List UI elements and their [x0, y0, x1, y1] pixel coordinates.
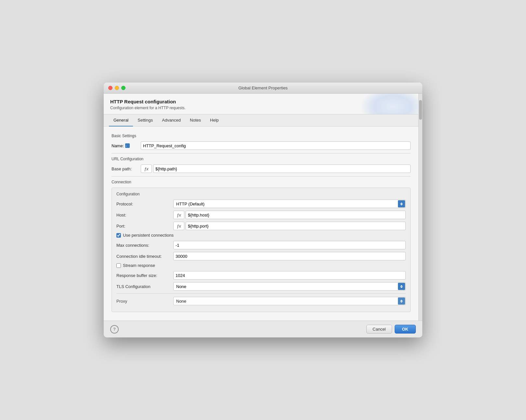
header-title: HTTP Request configuration — [110, 99, 412, 104]
footer-buttons: Cancel OK — [366, 325, 416, 334]
max-connections-input[interactable] — [173, 241, 406, 249]
port-fx-button[interactable]: ƒx — [173, 222, 184, 230]
connection-idle-input[interactable] — [173, 252, 406, 260]
connection-idle-label: Connection idle timeout: — [116, 254, 173, 259]
url-config-label: URL Configuration — [112, 157, 411, 161]
tls-select-wrapper: None — [173, 282, 406, 291]
main-content: HTTP Request configuration Configuration… — [104, 94, 418, 321]
window-title: Global Element Properties — [238, 85, 288, 90]
help-button[interactable]: ? — [110, 325, 119, 334]
tls-select[interactable]: None — [173, 282, 406, 291]
header-section: HTTP Request configuration Configuration… — [104, 94, 418, 114]
host-row: Host: ƒx — [116, 211, 406, 219]
base-path-input[interactable] — [153, 164, 411, 173]
window-body: HTTP Request configuration Configuration… — [104, 94, 422, 321]
stream-response-row: Stream response — [116, 263, 406, 268]
tab-advanced[interactable]: Advanced — [157, 114, 185, 126]
connection-label: Connection — [112, 180, 411, 184]
ok-button[interactable]: OK — [395, 325, 416, 334]
configuration-sublabel: Configuration — [116, 192, 406, 196]
tab-notes[interactable]: Notes — [185, 114, 205, 126]
proxy-select[interactable]: None — [173, 297, 406, 305]
persistent-connections-label[interactable]: Use persistent connections — [123, 233, 174, 238]
port-input[interactable] — [186, 222, 406, 230]
name-icon: i — [125, 143, 130, 148]
name-field-row: Name: i — [112, 141, 411, 150]
header-subtitle: Configuration element for a HTTP request… — [110, 106, 412, 110]
window-controls — [108, 86, 125, 90]
main-window: Global Element Properties HTTP Request c… — [104, 83, 422, 337]
tls-row: TLS Configuration None — [116, 282, 406, 291]
protocol-row: Protocol: HTTP (Default) HTTPS — [116, 200, 406, 208]
response-buffer-label: Response buffer size: — [116, 273, 173, 278]
content-area: Basic Settings Name: i URL Configuration… — [104, 126, 418, 321]
persistent-connections-checkbox[interactable] — [116, 233, 121, 238]
port-label: Port: — [116, 224, 173, 229]
close-button[interactable] — [108, 86, 112, 90]
divider-2 — [112, 176, 411, 177]
tab-help[interactable]: Help — [205, 114, 223, 126]
tls-label: TLS Configuration — [116, 284, 173, 289]
max-connections-row: Max connections: — [116, 241, 406, 249]
cancel-button[interactable]: Cancel — [366, 325, 392, 334]
max-connections-label: Max connections: — [116, 243, 173, 248]
persistent-connections-row: Use persistent connections — [116, 233, 406, 238]
response-buffer-input[interactable] — [173, 271, 406, 280]
footer: ? Cancel OK — [104, 321, 422, 337]
svg-text:i: i — [126, 145, 126, 147]
titlebar: Global Element Properties — [104, 83, 422, 94]
protocol-label: Protocol: — [116, 202, 173, 206]
proxy-select-wrapper: None — [173, 297, 406, 305]
tab-settings[interactable]: Settings — [133, 114, 157, 126]
maximize-button[interactable] — [121, 86, 125, 90]
port-row: Port: ƒx — [116, 222, 406, 230]
base-path-label: Base path: — [112, 166, 141, 171]
scrollbar[interactable] — [418, 94, 422, 321]
name-label-area: Name: i — [112, 143, 141, 148]
name-input[interactable] — [141, 141, 411, 150]
base-path-fx-button[interactable]: ƒx — [141, 164, 152, 173]
tabs-bar: General Settings Advanced Notes Help — [104, 114, 418, 126]
protocol-select-wrapper: HTTP (Default) HTTPS — [173, 200, 406, 208]
basic-settings-label: Basic Settings — [112, 134, 411, 138]
response-buffer-row: Response buffer size: — [116, 271, 406, 280]
tab-general[interactable]: General — [109, 114, 133, 126]
configuration-subsection: Configuration Protocol: HTTP (Default) H… — [112, 188, 411, 312]
stream-response-label[interactable]: Stream response — [123, 263, 155, 268]
name-label: Name: — [112, 143, 124, 148]
stream-response-checkbox[interactable] — [116, 263, 121, 268]
host-input[interactable] — [186, 211, 406, 219]
proxy-row: Proxy None — [116, 293, 406, 305]
host-fx-button[interactable]: ƒx — [173, 211, 184, 219]
proxy-label: Proxy — [116, 299, 173, 304]
connection-idle-row: Connection idle timeout: — [116, 252, 406, 260]
scrollbar-thumb[interactable] — [419, 100, 422, 120]
minimize-button[interactable] — [115, 86, 119, 90]
host-label: Host: — [116, 213, 173, 217]
divider-1 — [112, 153, 411, 153]
protocol-select[interactable]: HTTP (Default) HTTPS — [173, 200, 406, 208]
base-path-row: Base path: ƒx — [112, 164, 411, 173]
